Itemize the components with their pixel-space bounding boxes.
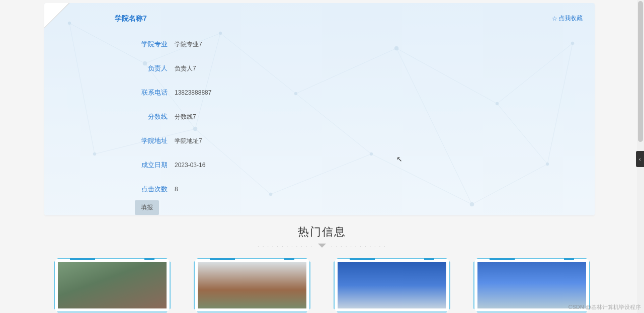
info-row-score: 分数线 分数线7 xyxy=(135,105,575,129)
hot-info-section: 热门信息 . . . . . . . . . . . . . . . . . .… xyxy=(0,224,644,312)
info-value: 学院专业7 xyxy=(175,40,202,49)
hot-card-image xyxy=(58,262,167,308)
info-row-major: 学院专业 学院专业7 xyxy=(135,32,575,56)
hot-cards-row xyxy=(0,258,644,312)
star-icon: ☆ xyxy=(552,15,557,22)
side-collapse-tab[interactable]: ‹ xyxy=(636,151,644,167)
info-label: 点击次数 xyxy=(135,185,168,194)
hot-card-3[interactable] xyxy=(334,258,450,312)
watermark-text: CSDN @基林计算机毕设程序 xyxy=(569,303,641,311)
favorite-button[interactable]: ☆ 点我收藏 xyxy=(552,14,583,23)
svg-line-0 xyxy=(69,23,145,63)
info-label: 成立日期 xyxy=(135,161,168,170)
hot-card-1[interactable] xyxy=(54,258,171,312)
hot-card-image xyxy=(198,262,306,308)
info-label: 学院地址 xyxy=(135,136,168,145)
college-detail-card: 学院名称7 ☆ 点我收藏 学院专业 学院专业7 负责人 负责人7 联系电话 13… xyxy=(44,3,595,215)
info-label: 分数线 xyxy=(135,112,168,121)
svg-point-25 xyxy=(93,152,96,155)
hot-card-image xyxy=(338,262,446,308)
svg-point-29 xyxy=(470,202,474,206)
info-row-leader: 负责人 负责人7 xyxy=(135,56,575,81)
info-value: 负责人7 xyxy=(175,64,196,73)
info-row-clicks: 点击次数 8 xyxy=(135,177,575,201)
info-row-date: 成立日期 2023-03-16 xyxy=(135,153,575,177)
hot-card-image xyxy=(477,262,586,308)
corner-fold-decoration xyxy=(44,3,69,28)
info-value: 13823888887 xyxy=(175,89,211,96)
hot-card-2[interactable] xyxy=(194,258,310,312)
info-row-address: 学院地址 学院地址7 xyxy=(135,129,575,153)
fill-report-button[interactable]: 填报 xyxy=(135,200,159,215)
info-label: 联系电话 xyxy=(135,88,168,97)
favorite-label: 点我收藏 xyxy=(558,14,583,23)
info-value: 分数线7 xyxy=(175,113,196,121)
info-value: 2023-03-16 xyxy=(175,162,205,169)
college-title: 学院名称7 xyxy=(115,14,147,23)
info-value: 学院地址7 xyxy=(175,137,202,145)
info-value: 8 xyxy=(175,186,178,193)
svg-line-14 xyxy=(69,23,95,154)
info-label: 负责人 xyxy=(135,64,168,73)
hot-info-title: 热门信息 xyxy=(0,224,644,240)
dots-divider: . . . . . . . . . . . . . . . . . . . . … xyxy=(0,243,644,248)
arrow-down-icon xyxy=(318,244,326,248)
info-row-phone: 联系电话 13823888887 xyxy=(135,81,575,105)
info-label: 学院专业 xyxy=(135,40,168,49)
info-list: 学院专业 学院专业7 负责人 负责人7 联系电话 13823888887 分数线… xyxy=(135,32,575,201)
scrollbar-thumb[interactable] xyxy=(638,1,643,142)
